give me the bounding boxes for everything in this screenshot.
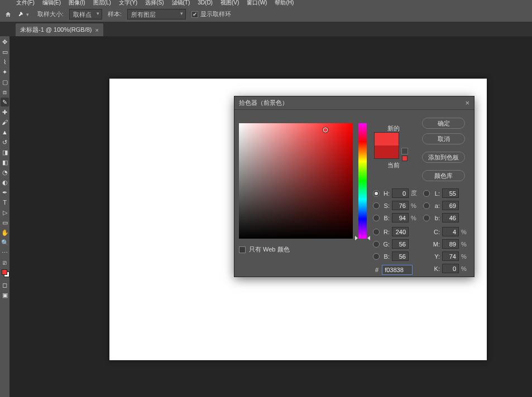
- lab-b-radio[interactable]: [423, 215, 430, 221]
- tool-stamp[interactable]: ▲: [1, 128, 9, 137]
- menu-item-select[interactable]: 选择(S): [141, 0, 167, 6]
- menu-item-type[interactable]: 文字(Y): [115, 0, 141, 6]
- tool-wand[interactable]: ✦: [1, 67, 9, 76]
- document-tab-title: 未标题-1 @ 100%(RGB/8): [20, 26, 92, 34]
- percent-unit: %: [461, 229, 469, 235]
- lab-a-radio[interactable]: [423, 202, 430, 209]
- k-input[interactable]: [442, 264, 459, 273]
- hsb-h-radio[interactable]: [373, 190, 380, 197]
- dialog-body: 新的 当前 确定 取消 添加到色板 颜色库 H: 度 L:: [234, 110, 474, 277]
- tool-marquee[interactable]: ▭: [1, 47, 9, 56]
- bl-input[interactable]: [392, 251, 409, 261]
- menu-item-file[interactable]: 文件(F): [12, 0, 39, 6]
- menu-item-filter[interactable]: 滤镜(T): [168, 0, 194, 6]
- b-input[interactable]: [392, 213, 409, 222]
- web-only-label: 只有 Web 颜色: [249, 245, 290, 254]
- color-libraries-button[interactable]: 颜色库: [422, 170, 465, 181]
- current-color-swatch[interactable]: [375, 146, 399, 158]
- tool-dodge[interactable]: ◐: [1, 178, 9, 187]
- bl-label: B:: [382, 253, 390, 260]
- close-icon[interactable]: ×: [95, 27, 99, 33]
- sat-val-field[interactable]: [239, 123, 353, 239]
- k-label: K:: [432, 265, 440, 272]
- g-input[interactable]: [392, 239, 409, 249]
- g-label: G:: [382, 241, 390, 248]
- c-input[interactable]: [442, 227, 459, 236]
- a-label: a:: [432, 202, 440, 209]
- tool-mask-mode[interactable]: ◻: [1, 280, 9, 289]
- hue-pointer-right-icon: [367, 236, 370, 240]
- sample-select[interactable]: 所有图层 ▾: [127, 9, 186, 20]
- l-label: L:: [432, 190, 440, 197]
- percent-unit: %: [461, 241, 469, 248]
- tool-frame[interactable]: ⧈: [1, 88, 9, 96]
- lab-l-radio[interactable]: [423, 190, 430, 197]
- s-input[interactable]: [392, 201, 409, 210]
- tool-path[interactable]: ▷: [1, 208, 9, 217]
- tool-brush[interactable]: 🖌: [1, 118, 9, 127]
- tool-move[interactable]: ✥: [1, 37, 9, 46]
- hsb-s-radio[interactable]: [373, 202, 380, 209]
- cancel-button[interactable]: 取消: [422, 133, 465, 144]
- b2-input[interactable]: [442, 213, 459, 222]
- new-color-swatch[interactable]: [375, 133, 399, 146]
- menu-item-3d[interactable]: 3D(D): [194, 0, 217, 6]
- sample-size-select[interactable]: 取样点 ▾: [69, 9, 102, 20]
- dialog-titlebar[interactable]: 拾色器（前景色） ×: [234, 96, 474, 110]
- hue-strip[interactable]: [358, 123, 367, 239]
- menu-item-help[interactable]: 帮助(H): [271, 0, 298, 6]
- close-icon[interactable]: ×: [465, 99, 469, 107]
- rgb-g-radio[interactable]: [373, 241, 380, 248]
- m-input[interactable]: [442, 239, 459, 249]
- tool-zoom[interactable]: 🔍: [1, 238, 9, 247]
- h-input[interactable]: [392, 188, 409, 198]
- color-swatch[interactable]: [2, 269, 8, 276]
- add-to-swatches-button[interactable]: 添加到色板: [422, 152, 465, 163]
- foreground-swatch[interactable]: [2, 269, 7, 275]
- hsb-b-radio[interactable]: [373, 215, 380, 221]
- gamut-warning-icon[interactable]: [401, 148, 408, 154]
- menu-item-view[interactable]: 视图(V): [217, 0, 243, 6]
- sample-size-label: 取样大小:: [37, 10, 64, 18]
- tool-shape[interactable]: ▭: [1, 218, 9, 227]
- document-tab[interactable]: 未标题-1 @ 100%(RGB/8) ×: [16, 23, 103, 36]
- tool-heal[interactable]: ✚: [1, 108, 9, 117]
- a-input[interactable]: [442, 201, 459, 210]
- menu-item-window[interactable]: 窗口(W): [243, 0, 271, 6]
- tool-blur[interactable]: ◔: [1, 168, 9, 177]
- tool-text[interactable]: T: [1, 198, 9, 207]
- dropdown-icon[interactable]: ▾: [26, 12, 32, 17]
- gamut-color-swatch[interactable]: [402, 156, 408, 161]
- tool-history[interactable]: ↺: [1, 138, 9, 147]
- eyedropper-tool-icon[interactable]: ▾: [17, 11, 32, 18]
- menu-item-image[interactable]: 图像(I): [65, 0, 89, 6]
- rgb-b-radio[interactable]: [373, 253, 380, 260]
- ok-button[interactable]: 确定: [422, 118, 465, 129]
- sample-label: 样本:: [108, 10, 122, 18]
- rgb-r-radio[interactable]: [373, 229, 380, 235]
- tool-hand[interactable]: ✋: [1, 228, 9, 237]
- sv-marker[interactable]: [323, 128, 328, 133]
- degree-unit: 度: [411, 189, 419, 197]
- tool-gradient[interactable]: ◧: [1, 158, 9, 167]
- tool-screen-mode[interactable]: ▣: [1, 291, 9, 299]
- r-input[interactable]: [392, 227, 409, 236]
- tool-more[interactable]: ⋯: [1, 248, 9, 257]
- home-icon[interactable]: [4, 11, 12, 18]
- hex-input[interactable]: [382, 265, 413, 275]
- l-input[interactable]: [442, 188, 459, 198]
- tool-pen[interactable]: ✒: [1, 188, 9, 197]
- web-only-checkbox[interactable]: [239, 246, 246, 253]
- percent-unit: %: [461, 265, 469, 272]
- tool-crop[interactable]: ▢: [1, 78, 9, 86]
- tool-eyedropper[interactable]: ✎: [1, 98, 9, 106]
- tool-eraser[interactable]: ◨: [1, 148, 9, 157]
- percent-unit: %: [411, 215, 419, 221]
- tool-edit[interactable]: ⎚: [1, 258, 9, 267]
- menu-item-layer[interactable]: 图层(L): [89, 0, 115, 6]
- tool-lasso[interactable]: ⌇: [1, 57, 9, 66]
- menu-item-edit[interactable]: 编辑(E): [39, 0, 65, 6]
- show-ring-checkbox[interactable]: ✔: [191, 11, 198, 18]
- y-input[interactable]: [442, 251, 459, 261]
- new-color-label: 新的: [381, 124, 406, 133]
